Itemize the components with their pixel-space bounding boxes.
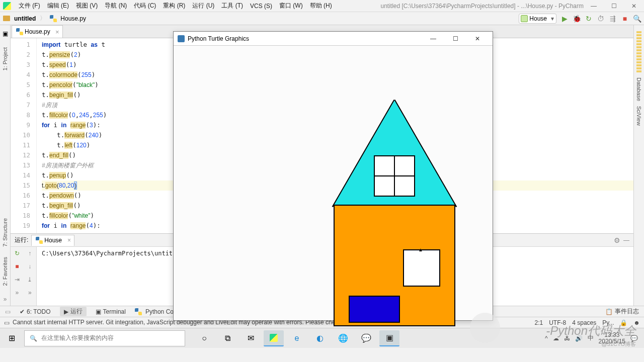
pycharm-task-icon[interactable] bbox=[264, 330, 284, 346]
error-stripe[interactable] bbox=[636, 31, 641, 72]
menu-run[interactable]: 运行 (U) bbox=[189, 1, 218, 11]
turtle-close-button[interactable]: ✕ bbox=[466, 32, 489, 46]
line-number-gutter[interactable]: 12345678910111213141516171819 bbox=[11, 38, 37, 233]
project-tool-label[interactable]: 1: Project bbox=[2, 47, 8, 70]
edge-icon[interactable]: ◐ bbox=[310, 330, 330, 346]
breadcrumb[interactable]: untitled 〉 House.py bbox=[3, 14, 86, 23]
search-icon: 🔍 bbox=[30, 335, 37, 342]
rerun-icon[interactable]: ↻ bbox=[15, 250, 20, 257]
python-file-icon bbox=[50, 15, 57, 22]
minimize-button[interactable]: — bbox=[584, 0, 604, 13]
favorites-tool-label[interactable]: 2: Favorites bbox=[2, 257, 8, 286]
wechat-icon[interactable]: 💬 bbox=[356, 330, 376, 346]
run-tab[interactable]: House × bbox=[31, 235, 74, 246]
maximize-button[interactable]: ☐ bbox=[604, 0, 624, 13]
up-icon[interactable]: ↑ bbox=[28, 250, 31, 257]
python-file-icon bbox=[16, 28, 23, 35]
menubar[interactable]: 文件 (F) 编辑 (E) 视图 (V) 导航 (N) 代码 (C) 重构 (R… bbox=[0, 0, 644, 12]
taskbar-search[interactable]: 🔍 在这里输入你要搜索的内容 bbox=[24, 330, 185, 346]
status-message-icon: ▭ bbox=[4, 319, 10, 326]
ie-icon[interactable]: e bbox=[287, 330, 307, 346]
hector-icon[interactable]: ☻ bbox=[633, 319, 640, 326]
menu-view[interactable]: 视图 (V) bbox=[72, 1, 101, 11]
menu-edit[interactable]: 编辑 (E) bbox=[44, 1, 72, 11]
turtle-maximize-button[interactable]: ☐ bbox=[444, 32, 466, 46]
run-with-coverage-button[interactable]: ↻ bbox=[585, 15, 593, 23]
close-tab-icon[interactable]: × bbox=[55, 28, 59, 36]
run-toolbar[interactable]: ↻ ↑ ■ ↓ ⇥ ⤓ » » bbox=[11, 247, 37, 306]
toggle-soft-wrap-icon[interactable]: ⇥ bbox=[15, 276, 20, 283]
turtle-titlebar[interactable]: Python Turtle Graphics — ☐ ✕ bbox=[174, 32, 493, 46]
mail-icon[interactable]: ✉ bbox=[240, 330, 261, 346]
chrome-icon[interactable]: 🌐 bbox=[333, 330, 353, 346]
scroll-icon[interactable]: ⤓ bbox=[27, 276, 32, 283]
run-tab-bottom[interactable]: ▶ 运行 bbox=[60, 307, 87, 316]
run-minimize-icon[interactable]: — bbox=[623, 237, 629, 244]
profile-button[interactable]: ⏱ bbox=[597, 15, 605, 23]
interpreter-info[interactable]: Py... bbox=[602, 319, 614, 326]
attic-window-shape bbox=[374, 155, 415, 197]
menu-file[interactable]: 文件 (F) bbox=[15, 1, 44, 11]
run-config-selector[interactable]: House bbox=[519, 14, 556, 24]
taskview-icon[interactable]: ⧉ bbox=[217, 330, 237, 346]
side-window-shape bbox=[403, 249, 440, 287]
todo-tab[interactable]: ✔ 6: TODO bbox=[20, 308, 51, 315]
turtle-minimize-button[interactable]: — bbox=[422, 32, 444, 46]
breadcrumb-file[interactable]: House.py bbox=[60, 15, 86, 22]
folder-icon bbox=[3, 16, 10, 21]
menu-window[interactable]: 窗口 (W) bbox=[276, 1, 306, 11]
menu-help[interactable]: 帮助 (H) bbox=[306, 1, 336, 11]
search-placeholder: 在这里输入你要搜索的内容 bbox=[41, 334, 114, 342]
menu-tools[interactable]: 工具 (T) bbox=[218, 1, 247, 11]
breadcrumb-project[interactable]: untitled bbox=[14, 15, 36, 22]
expand-icon[interactable]: » bbox=[15, 289, 19, 296]
volume-icon[interactable]: 🔊 bbox=[575, 335, 583, 342]
run-label: 运行: bbox=[15, 236, 28, 244]
ime-icon[interactable]: 中 bbox=[588, 334, 594, 342]
hide-icon[interactable]: ▭ bbox=[5, 308, 11, 315]
file-encoding[interactable]: UTF-8 bbox=[549, 319, 566, 326]
turtle-canvas: ▲ bbox=[174, 46, 493, 320]
more-icon[interactable]: » bbox=[28, 289, 32, 296]
door-shape bbox=[349, 296, 400, 323]
windows-taskbar[interactable]: ⊞ 🔍 在这里输入你要搜索的内容 ○ ⧉ ✉ e ◐ 🌐 💬 ▣ ^ ☁ 🖧 🔊… bbox=[0, 328, 644, 348]
collapse-icon[interactable]: » bbox=[4, 296, 7, 303]
onedrive-icon[interactable]: ☁ bbox=[553, 335, 559, 342]
run-settings-icon[interactable]: ⚙ bbox=[614, 236, 620, 244]
cortana-icon[interactable]: ○ bbox=[194, 330, 214, 346]
tray-expand-icon[interactable]: ^ bbox=[545, 335, 548, 342]
breadcrumb-separator: 〉 bbox=[40, 14, 46, 23]
sciview-tool-label[interactable]: SciView bbox=[636, 106, 642, 126]
debug-button[interactable]: 🐞 bbox=[573, 15, 581, 23]
attach-button[interactable]: ⇶ bbox=[609, 15, 617, 23]
run-button[interactable]: ▶ bbox=[560, 15, 569, 23]
window-title: untitled [C:\Users\37364\PycharmProjects… bbox=[381, 3, 584, 10]
menu-code[interactable]: 代码 (C) bbox=[130, 1, 159, 11]
database-tool-label[interactable]: Database bbox=[636, 77, 642, 101]
project-tool-icon[interactable]: ▣ bbox=[3, 30, 8, 37]
search-everywhere-button[interactable]: 🔍 bbox=[633, 15, 641, 23]
turtle-window[interactable]: Python Turtle Graphics — ☐ ✕ ▲ bbox=[173, 31, 493, 321]
left-tool-stripe[interactable]: ▣ 1: Project 7: Structure 2: Favorites » bbox=[0, 25, 11, 306]
python-task-icon[interactable]: ▣ bbox=[379, 330, 399, 346]
menu-refactor[interactable]: 重构 (R) bbox=[159, 1, 189, 11]
close-run-tab-icon[interactable]: × bbox=[67, 237, 71, 244]
caret-position[interactable]: 2:1 bbox=[535, 319, 543, 326]
turtle-app-icon bbox=[178, 35, 185, 42]
right-tool-stripe[interactable]: Database SciView bbox=[633, 25, 644, 306]
indent-info[interactable]: 4 spaces bbox=[572, 319, 596, 326]
stop-button[interactable]: ■ bbox=[621, 15, 629, 23]
start-button[interactable]: ⊞ bbox=[0, 328, 23, 348]
structure-tool-label[interactable]: 7: Structure bbox=[2, 218, 8, 247]
close-button[interactable]: ✕ bbox=[624, 0, 644, 13]
editor-tab-house[interactable]: House.py × bbox=[12, 25, 63, 38]
menu-vcs[interactable]: VCS (S) bbox=[247, 2, 276, 11]
lock-icon[interactable]: 🔒 bbox=[620, 319, 627, 326]
terminal-tab[interactable]: ▣ Terminal bbox=[96, 308, 126, 315]
event-log-tab[interactable]: 📋 事件日志 bbox=[605, 307, 639, 316]
python-file-icon bbox=[36, 237, 43, 244]
down-icon[interactable]: ↓ bbox=[28, 263, 31, 270]
menu-navigate[interactable]: 导航 (N) bbox=[101, 1, 130, 11]
network-icon[interactable]: 🖧 bbox=[564, 335, 570, 342]
stop-process-icon[interactable]: ■ bbox=[15, 263, 19, 270]
